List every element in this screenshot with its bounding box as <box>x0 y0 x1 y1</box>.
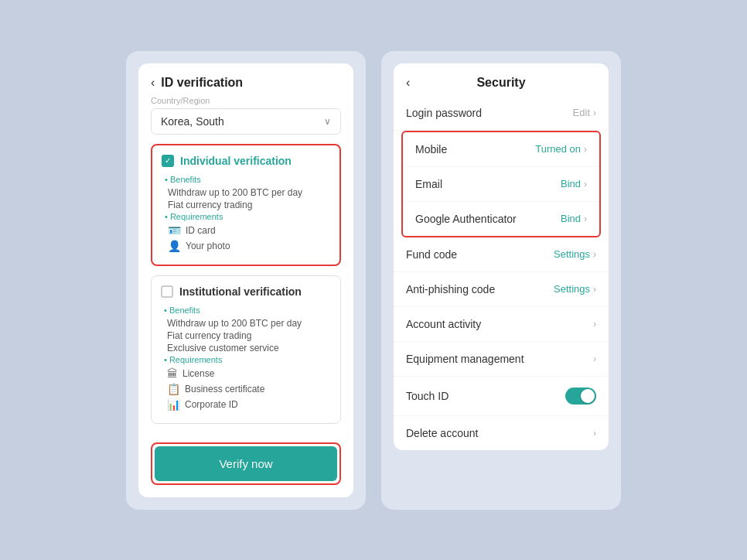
mobile-right: Turned on › <box>535 143 587 155</box>
institutional-checkbox[interactable] <box>161 285 173 298</box>
right-phone-card: ‹ Security Login password Edit › Mobile … <box>381 51 621 510</box>
individual-checkbox[interactable]: ✓ <box>162 155 174 167</box>
individual-req-2-label: Your photo <box>186 241 230 251</box>
individual-verification-box: ✓ Individual verification • Benefits Wit… <box>151 144 341 266</box>
individual-req-1-label: ID card <box>186 225 216 236</box>
individual-benefit-1: Withdraw up to 200 BTC per day <box>168 187 330 198</box>
mobile-label: Mobile <box>415 143 447 155</box>
delete-account-item[interactable]: Delete account › <box>394 416 609 450</box>
equipment-management-item[interactable]: Equipment management › <box>394 342 609 377</box>
institutional-req-label: • Requirements <box>164 355 331 364</box>
login-password-right: Edit › <box>573 107 596 118</box>
inst-benefit-3: Exclusive customer service <box>167 343 331 353</box>
country-select[interactable]: Korea, South ∨ <box>151 108 341 135</box>
individual-req-2: 👤 Your photo <box>168 240 330 252</box>
photo-icon: 👤 <box>168 240 181 252</box>
touch-id-label: Touch ID <box>406 390 449 402</box>
anti-phishing-chevron: › <box>593 284 596 295</box>
login-password-action: Edit <box>573 107 590 118</box>
left-screen-title: ID verification <box>161 76 243 90</box>
touch-id-toggle-track[interactable] <box>565 388 596 405</box>
anti-phishing-status: Settings <box>554 283 590 295</box>
inst-benefit-1: Withdraw up to 200 BTC per day <box>167 318 331 329</box>
individual-verification-header: ✓ Individual verification <box>162 155 330 167</box>
security-screen-title: Security <box>476 76 525 90</box>
individual-benefit-2: Fiat currency trading <box>168 200 330 210</box>
delete-account-label: Delete account <box>406 427 478 439</box>
fund-code-item[interactable]: Fund code Settings › <box>394 237 609 272</box>
delete-account-right: › <box>593 428 596 439</box>
equipment-management-right: › <box>593 353 596 364</box>
corporate-id-icon: 📊 <box>167 398 180 411</box>
inst-req-1: 🏛 License <box>167 367 331 380</box>
google-auth-label: Google Authenticator <box>415 213 517 225</box>
inst-req-2-label: Business certificate <box>185 384 264 394</box>
screens-container: ‹ ID verification Country/Region Korea, … <box>111 36 636 525</box>
institutional-benefits-label: • Benefits <box>164 306 331 315</box>
equipment-management-label: Equipment management <box>406 353 524 365</box>
security-header: ‹ Security <box>394 63 609 96</box>
mobile-status: Turned on <box>535 143 581 155</box>
google-auth-status: Bind <box>561 213 581 224</box>
mobile-item[interactable]: Mobile Turned on › <box>403 132 599 167</box>
touch-id-item[interactable]: Touch ID <box>394 377 609 416</box>
account-activity-label: Account activity <box>406 318 481 330</box>
institutional-verification-box: Institutional verification • Benefits Wi… <box>151 275 341 424</box>
touch-id-toggle[interactable] <box>565 388 596 405</box>
inst-req-3-label: Corporate ID <box>185 399 238 410</box>
right-screen: ‹ Security Login password Edit › Mobile … <box>394 63 609 450</box>
anti-phishing-label: Anti-phishing code <box>406 283 495 295</box>
fund-code-label: Fund code <box>406 248 457 261</box>
verify-now-button[interactable]: Verify now <box>155 446 337 481</box>
google-auth-chevron: › <box>584 213 587 224</box>
left-screen-header: ‹ ID verification <box>138 63 353 96</box>
business-cert-icon: 📋 <box>167 383 180 395</box>
fund-code-chevron: › <box>593 249 596 260</box>
individual-req-label: • Requirements <box>165 212 330 221</box>
individual-title: Individual verification <box>180 155 292 167</box>
fund-code-right: Settings › <box>554 248 596 260</box>
account-activity-chevron: › <box>593 319 596 330</box>
email-chevron: › <box>584 179 587 190</box>
email-status: Bind <box>561 178 581 190</box>
mobile-chevron: › <box>584 144 587 155</box>
country-label: Country/Region <box>138 96 353 108</box>
equipment-management-chevron: › <box>593 353 596 364</box>
touch-id-toggle-knob <box>581 389 595 403</box>
country-value: Korea, South <box>161 115 224 128</box>
google-auth-right: Bind › <box>561 213 587 224</box>
google-auth-item[interactable]: Google Authenticator Bind › <box>403 202 599 236</box>
individual-benefits-label: • Benefits <box>165 175 330 184</box>
email-label: Email <box>415 178 442 190</box>
login-password-chevron: › <box>593 108 596 118</box>
verify-btn-highlight: Verify now <box>151 442 341 485</box>
login-password-item[interactable]: Login password Edit › <box>394 96 609 131</box>
left-phone-card: ‹ ID verification Country/Region Korea, … <box>126 51 366 510</box>
login-password-label: Login password <box>406 107 482 119</box>
delete-account-chevron: › <box>593 428 596 439</box>
anti-phishing-item[interactable]: Anti-phishing code Settings › <box>394 272 609 307</box>
inst-benefit-2: Fiat currency trading <box>167 330 331 341</box>
account-activity-item[interactable]: Account activity › <box>394 307 609 342</box>
left-back-button[interactable]: ‹ <box>151 76 155 90</box>
security-highlighted-section: Mobile Turned on › Email Bind › Google A… <box>401 131 601 237</box>
individual-req-1: 🪪 ID card <box>168 224 330 237</box>
anti-phishing-right: Settings › <box>554 283 596 295</box>
institutional-verification-header: Institutional verification <box>161 285 331 298</box>
fund-code-status: Settings <box>554 248 590 260</box>
inst-req-1-label: License <box>182 368 214 379</box>
inst-req-2: 📋 Business certificate <box>167 383 331 395</box>
id-card-icon: 🪪 <box>168 224 181 237</box>
email-right: Bind › <box>561 178 587 190</box>
license-icon: 🏛 <box>167 367 178 380</box>
institutional-title: Institutional verification <box>179 285 302 298</box>
verify-btn-container: Verify now <box>138 433 353 497</box>
left-screen: ‹ ID verification Country/Region Korea, … <box>138 63 353 497</box>
chevron-down-icon: ∨ <box>324 116 331 127</box>
security-back-button[interactable]: ‹ <box>406 76 410 90</box>
account-activity-right: › <box>593 319 596 330</box>
email-item[interactable]: Email Bind › <box>403 167 599 202</box>
inst-req-3: 📊 Corporate ID <box>167 398 331 411</box>
